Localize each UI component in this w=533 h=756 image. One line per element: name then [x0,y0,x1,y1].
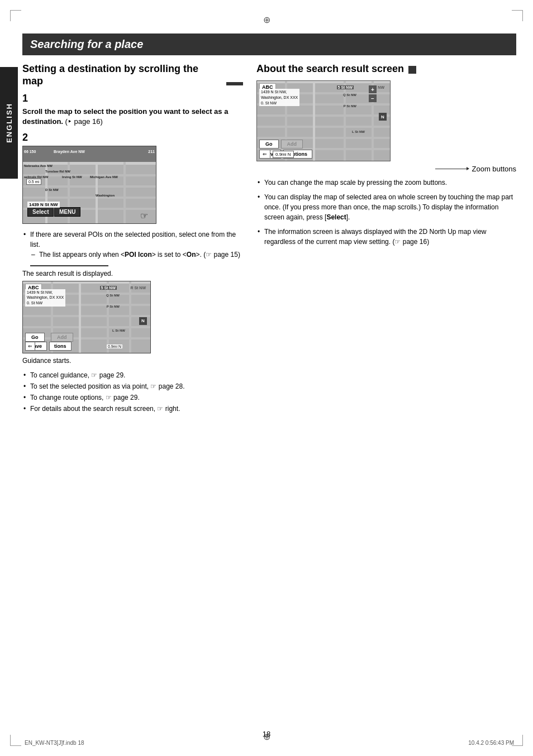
corner-mark-tl [10,10,21,21]
finger-cursor-icon: ☞ [140,210,148,221]
ref-lstnw-label: L St NW [352,130,365,133]
ref-pstnw-label: P St NW [344,104,356,108]
map-go-button[interactable]: Go [25,333,45,342]
map-sim-result: ABC 1439 N St NW, Washington, DX XXX 0. … [23,281,150,353]
extra-bullets-list: To cancel guidance, ☞ page 29. To set th… [22,370,243,414]
r-label-l-st: L St NW [112,329,125,332]
map-sim-ref: ABC 1439 N St NW, Washington, DX XXX 0. … [257,81,390,161]
about-heading-text: About the search result screen [256,63,404,75]
map-label-tunslow: Tunslaw Rd NW [45,170,70,173]
corner-mark-tr [512,10,523,21]
right-column: About the search result screen [256,63,516,419]
map-distance-indicator: 0.5 mi [26,179,41,185]
map-options-button[interactable]: tions [49,342,72,351]
bullet-poi-item: If there are several POIs on the selecte… [22,229,243,260]
r-road-v4 [129,281,131,353]
two-column-layout: Setting a destination by scrolling the m… [22,63,516,419]
ref-road-h5 [257,126,390,128]
ref-go-button[interactable]: Go [259,140,279,149]
extra-bullet-4: For details about the search result scre… [22,404,243,414]
about-bullets-list: You can change the map scale by pressing… [256,178,516,247]
map-reference-screenshot: ABC 1439 N St NW, Washington, DX XXX 0. … [256,80,391,161]
step-bullets: If there are several POIs on the selecte… [22,229,243,260]
bullet-poi-sub: The list appears only when <POI Icon> is… [30,250,243,260]
ref-add-button[interactable]: Add [281,140,303,149]
map-dist-display: 0.9mi N [107,344,122,348]
ref-road-v2 [313,81,315,161]
map-sim-1: 66 150 Brayden Ave NW 211 Nebraska Ave N… [23,146,156,223]
road-v4 [123,162,126,223]
zoom-label-text: Zoom buttons [472,165,517,173]
ref-map-dest-line2: Washington, DX XXX [261,95,298,101]
ref-map-dest-line3: 0. St NW [261,101,298,106]
ref-road-h1 [257,81,390,83]
language-sidebar: ENGLISH [0,67,18,179]
map-label-211: 211 [148,150,155,154]
footer-right: 10.4.2 0:56:43 PM [468,740,514,746]
step-1-instruction: Scroll the map to select the position yo… [22,107,228,126]
ref-back-button[interactable]: ⇐ [259,150,270,159]
map-dest-line1: 1439 N St NW, [27,290,64,295]
ref-map-dest-info: 1439 N St NW, Washington, DX XXX 0. St N… [259,89,299,106]
r-road-v3 [107,281,109,353]
zoom-buttons-group: + − [369,85,375,102]
ref-map-nav-row: ⇐ 0.9mi N [259,150,294,159]
left-section-heading: Setting a destination by scrolling the m… [22,63,243,87]
zoom-label-row: Zoom buttons [256,165,516,173]
result-displayed-text: The search result is displayed. [22,270,243,277]
extra-bullet-2: To set the selected position as via poin… [22,381,243,391]
map-north-indicator: N [139,317,147,325]
ref-road-h6 [257,137,390,139]
r-label-q-st: Q St NW [106,294,120,297]
map-back-arrow[interactable]: ⇐ [25,342,35,351]
map-address-label: 1439 N St NW [27,202,60,208]
ref-5stnw-label: 5 St NW [337,85,354,89]
footer-left: EN_KW-NT3[J]f.indb 18 [25,740,84,746]
map-label-nebraska: Nebraska Ave NW [24,164,53,168]
map-label-d-st: D St NW [45,188,59,192]
ref-qstnw-label: Q St NW [343,93,356,97]
extra-bullet-1: To cancel guidance, ☞ page 29. [22,370,243,380]
ref-dist-display: 0.9mi N [273,151,294,158]
page-title: Searching for a place [30,38,143,50]
extra-bullet-3: To change route options, ☞ page 29. [22,393,243,403]
about-bullet-1: You can change the map scale by pressing… [256,178,516,188]
language-label: ENGLISH [5,103,13,143]
map-screenshot-scrolling: 66 150 Brayden Ave NW 211 Nebraska Ave N… [22,146,156,224]
ref-map-north-indicator: N [379,113,387,121]
road-h4 [23,197,156,199]
zoom-arrow [435,169,469,169]
r-road-v2 [79,281,81,353]
crosshair-top: ⊕ [261,15,272,25]
ref-map-top-buttons: Go Add [259,140,303,149]
map-label-michigan: Michigan Ave NW [90,175,118,179]
section-divider [30,265,108,266]
ref-map-dest-line1: 1439 N St NW, [261,89,298,95]
map-dest-line3: 0. St NW [27,300,64,306]
ref-road-h4 [257,114,390,117]
road-h3 [23,185,156,188]
about-heading: About the search result screen [256,63,516,75]
zoom-out-button[interactable]: − [369,94,377,102]
map-label-top-left: 66 150 [24,150,36,154]
about-bullet-3: The information screen is always display… [256,227,516,247]
r-label-p-st: P St NW [107,305,120,308]
map-menu-button[interactable]: MENU [54,207,80,217]
page-number: 18 [263,730,270,738]
map-dest-line2: Washington, DX XXX [27,295,64,300]
page-title-bar: Searching for a place [22,34,516,55]
map-dest-info: 1439 N St NW, Washington, DX XXX 0. St N… [25,289,65,307]
zoom-in-button[interactable]: + [369,85,377,93]
step-2-number: 2 [22,132,243,143]
step-1-number: 1 [22,93,243,104]
map-label-irving: Irving St NW [62,175,82,179]
map-select-button[interactable]: Select [27,207,54,217]
bullet-poi-text: If there are several POIs on the selecte… [30,231,236,248]
about-bullet-2: You can display the map of selected area… [256,192,516,222]
heading-square-decoration [408,66,416,74]
map-5stnw-label: 5 St NW [100,286,117,290]
map-add-button[interactable]: Add [51,333,73,342]
map-label-washington: Washington [96,194,115,197]
map-top-area [23,146,156,162]
left-heading-text: Setting a destination by scrolling the m… [22,63,221,87]
